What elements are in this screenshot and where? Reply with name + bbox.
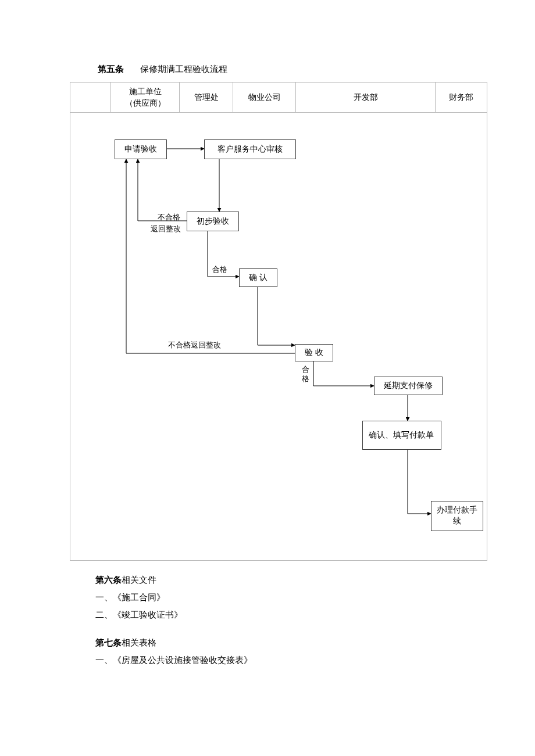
article-5-number: 第五条 xyxy=(98,65,124,74)
node-dopay: 办理付款手续 xyxy=(431,501,483,531)
edge-label-fail1a: 不合格 xyxy=(158,213,180,222)
swimlane-col-mgmt: 管理处 xyxy=(180,83,233,112)
body-text-block: 第六条相关文件 一、《施工合同》 二、《竣工验收证书》 第七条相关表格 一、《房… xyxy=(95,571,535,669)
node-accept: 验 收 xyxy=(295,344,333,361)
article-6-heading: 第六条相关文件 xyxy=(95,571,535,589)
node-defer: 延期支付保修 xyxy=(374,377,443,395)
edge-label-fail2: 不合格返回整改 xyxy=(168,341,221,350)
article-6-title: 相关文件 xyxy=(122,575,156,585)
article-6-number: 第六条 xyxy=(95,575,122,585)
article-7-item: 一、《房屋及公共设施接管验收交接表》 xyxy=(95,651,535,669)
article-7-heading: 第七条相关表格 xyxy=(95,634,535,651)
edge-label-pass2: 合格 xyxy=(302,365,311,383)
node-confirm: 确 认 xyxy=(239,268,277,287)
node-cs-audit: 客户服务中心审核 xyxy=(204,139,296,159)
article-7-number: 第七条 xyxy=(95,638,122,647)
swimlane-header-row: 施工单位 （供应商） 管理处 物业公司 开发部 财务部 xyxy=(70,82,487,113)
swimlane-col-dev: 开发部 xyxy=(296,83,436,112)
edge-label-fail1b: 返回整改 xyxy=(151,224,181,234)
article-7-title: 相关表格 xyxy=(122,638,156,647)
article-5-title: 保修期满工程验收流程 xyxy=(140,65,227,74)
article-5-heading: 第五条保修期满工程验收流程 xyxy=(98,64,535,75)
node-prelim: 初步验收 xyxy=(187,212,239,231)
swimlane-flowchart: 施工单位 （供应商） 管理处 物业公司 开发部 财务部 xyxy=(70,82,487,561)
swimlane-col-contractor: 施工单位 （供应商） xyxy=(111,83,180,112)
article-6-item: 二、《竣工验收证书》 xyxy=(95,606,535,624)
swimlane-body: 申请验收 客户服务中心审核 初步验收 确 认 验 收 延期支付保修 确认、填写付… xyxy=(70,113,487,560)
node-fillpay: 确认、填写付款单 xyxy=(362,421,441,450)
swimlane-col-blank xyxy=(70,83,111,112)
edge-label-pass1: 合格 xyxy=(212,265,227,274)
node-apply: 申请验收 xyxy=(115,139,167,159)
article-6-item: 一、《施工合同》 xyxy=(95,589,535,606)
swimlane-col-finance: 财务部 xyxy=(436,83,487,112)
flow-connectors xyxy=(70,113,487,560)
swimlane-col-property: 物业公司 xyxy=(233,83,296,112)
